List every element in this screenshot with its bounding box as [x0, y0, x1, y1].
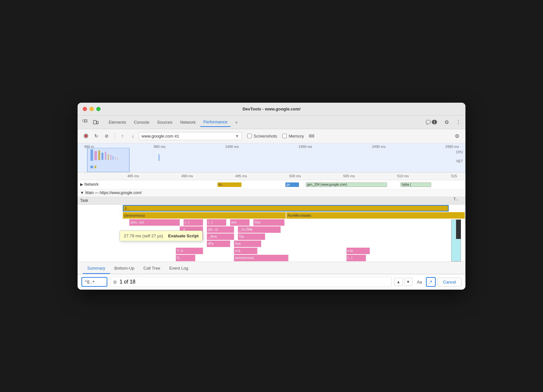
svg-rect-20 [158, 154, 160, 161]
task-content[interactable]: T... [123, 197, 462, 204]
upload-button[interactable]: ↑ [118, 131, 127, 140]
eta-block-1[interactable]: e.ta [234, 248, 257, 254]
network-label-text: Network [84, 182, 99, 187]
minimize-button[interactable] [90, 107, 94, 111]
download-button[interactable]: ↓ [128, 131, 137, 140]
right-dark-block [456, 220, 461, 239]
search-input-wrapper[interactable] [81, 277, 107, 287]
svg-rect-1 [85, 120, 87, 122]
memory-label: Memory [289, 134, 304, 139]
more-icon[interactable]: ⋮ [454, 118, 463, 127]
case-sensitive-button[interactable]: Aa [415, 278, 424, 286]
run-microtasks-block[interactable]: RunMicrotasks [286, 212, 465, 219]
cancel-button[interactable]: Cancel [438, 278, 462, 286]
screenshots-checkbox-group: Screenshots [247, 134, 277, 139]
task-right-label: T... [453, 197, 458, 201]
memory-icon[interactable] [307, 131, 316, 140]
tab-console[interactable]: Console [131, 118, 153, 127]
tab-sources[interactable]: Sources [154, 118, 176, 127]
xya-block[interactable]: Xya [234, 241, 261, 247]
time-mark-6: 515 [451, 174, 457, 178]
regex-button[interactable]: .* [426, 277, 436, 287]
network-bar-1[interactable]: ge [285, 182, 299, 187]
overview-panel: 490 m 990 ms 1490 ms 1990 ms 2490 ms 299… [78, 143, 465, 172]
devtools-window: DevTools - www.google.com/ Elements Cons… [78, 103, 465, 290]
svg-rect-8 [311, 135, 312, 137]
search-clear-icon[interactable]: ⊗ [113, 279, 117, 285]
g-block[interactable]: G... [176, 255, 195, 261]
overview-chart[interactable] [78, 148, 459, 172]
tab-bar: Elements Console Sources Network Perform… [78, 116, 465, 129]
settings-icon[interactable]: ⚙ [442, 118, 451, 127]
inspector-icon[interactable] [80, 118, 89, 127]
ana-block[interactable]: ana [230, 219, 250, 226]
message-icon: 💬 [426, 120, 431, 125]
tab-elements[interactable]: Elements [105, 118, 129, 127]
device-toggle-icon[interactable] [91, 118, 100, 127]
gya-block[interactable]: Gya [253, 219, 284, 226]
anonymous-block[interactable]: (anonymous) [123, 212, 286, 219]
title-bar: DevTools - www.google.com/ [78, 103, 465, 116]
network-track-label[interactable]: ▶ Network [78, 182, 123, 187]
dfa-block[interactable]: dFa [207, 241, 230, 247]
tab-summary[interactable]: Summary [83, 263, 110, 274]
ans-block[interactable]: (an...s) [207, 226, 234, 233]
search-next-button[interactable]: ▼ [404, 278, 412, 286]
sma-block[interactable]: _.$ma [207, 233, 234, 240]
dots-block[interactable]: (...) [346, 255, 366, 261]
messages-button[interactable]: 💬 1 [423, 119, 440, 126]
message-badge: 1 [432, 120, 437, 124]
tab-more[interactable]: » [232, 118, 241, 127]
main-expand-icon: ▼ [80, 191, 84, 195]
network-bar-0[interactable]: m... [218, 182, 241, 187]
network-bar-3[interactable]: hpba ( [400, 182, 431, 187]
block-dots-2[interactable]: (...) [207, 219, 226, 226]
tab-bottom-up[interactable]: Bottom-Up [110, 263, 139, 274]
close-button[interactable] [83, 107, 87, 111]
eta-block-2[interactable]: e.ta [346, 248, 370, 254]
tab-call-tree[interactable]: Call Tree [139, 263, 165, 274]
capture-settings-icon[interactable]: ⚙ [452, 131, 462, 140]
lmzwa-block[interactable]: _.lm.ZWa [238, 226, 281, 233]
traffic-lights [83, 107, 101, 111]
search-options: Aa .* Cancel [415, 277, 462, 287]
timeline-panel: 485 ms 490 ms 495 ms 500 ms 505 ms 510 m… [78, 172, 465, 262]
time-mark-1: 490 ms [181, 174, 193, 178]
tab-event-log[interactable]: Event Log [165, 263, 193, 274]
search-count: 1 of 18 [120, 279, 135, 285]
yb-block[interactable]: Y...b [176, 248, 203, 254]
search-prev-button[interactable]: ▲ [394, 278, 403, 286]
time-marks: 485 ms 490 ms 495 ms 500 ms 505 ms 510 m… [126, 174, 458, 178]
memory-checkbox[interactable] [282, 134, 287, 138]
url-bar[interactable]: www.google.com #1 ▼ [139, 132, 242, 140]
time-ruler: 485 ms 490 ms 495 ms 500 ms 505 ms 510 m… [78, 172, 465, 180]
block-dots-1[interactable]: (...) [184, 219, 203, 226]
bottom-tab-bar: Summary Bottom-Up Call Tree Event Log [78, 262, 465, 274]
tab-actions: 💬 1 ⚙ ⋮ [423, 118, 463, 127]
search-navigation: ▲ ▼ [394, 278, 412, 286]
reload-button[interactable]: ↻ [92, 131, 101, 140]
evaluate-block[interactable]: E... [123, 205, 449, 211]
search-main-area[interactable]: ⊗ 1 of 18 [110, 277, 392, 287]
network-track-content[interactable]: m... ge gen_204 (www.google.com) hpba ( [123, 180, 462, 189]
dropdown-icon[interactable]: ▼ [235, 134, 239, 139]
time-mark-4: 505 ms [343, 174, 355, 178]
search-input[interactable] [85, 280, 104, 284]
network-bar-2[interactable]: gen_204 (www.google.com) [306, 182, 387, 187]
evaluate-tooltip: 27.79 ms (self 27 μs) Evaluate Script [120, 231, 203, 241]
tab-performance[interactable]: Performance [200, 118, 230, 127]
tab-network[interactable]: Network [177, 118, 199, 127]
anon-block[interactable]: (anonymous) [234, 255, 288, 261]
svg-point-5 [85, 135, 87, 137]
time-mark-3: 500 ms [289, 174, 301, 178]
record-button[interactable] [81, 131, 90, 140]
tya-block[interactable]: Tya [238, 233, 265, 240]
svg-rect-23 [87, 148, 129, 172]
clear-button[interactable]: ⊘ [102, 131, 111, 140]
tooltip-ms: 27.79 ms (self 27 μs) [124, 233, 163, 238]
screenshots-checkbox[interactable] [247, 134, 252, 138]
flame-row-0: E... [78, 205, 465, 212]
flame-row-6: Y...b e.ta e.ta [78, 247, 465, 254]
anous-block[interactable]: (ano...us) [129, 219, 180, 226]
maximize-button[interactable] [96, 107, 101, 111]
